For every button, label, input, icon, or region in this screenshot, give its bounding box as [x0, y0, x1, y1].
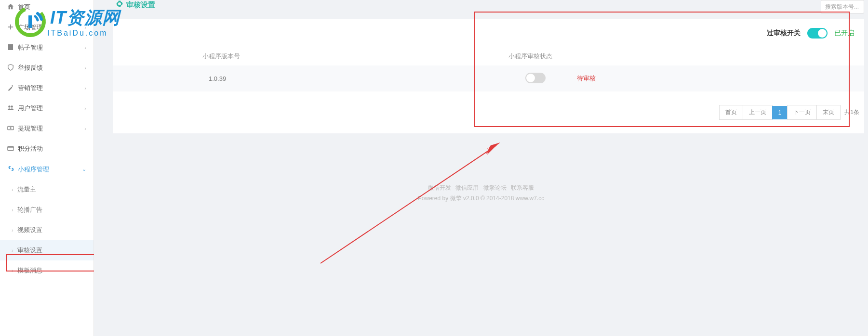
column-header-status: 小程序审核状态 [412, 52, 552, 61]
home-icon [7, 3, 18, 12]
svg-point-3 [10, 127, 12, 129]
svg-rect-4 [8, 146, 13, 150]
sidebar-item-label: 积分活动 [18, 144, 86, 153]
chevron-right-icon: › [12, 207, 13, 213]
pager-prev[interactable]: 上一页 [743, 105, 773, 120]
sidebar-sub-label: 审核设置 [17, 246, 42, 255]
miniapp-icon [7, 165, 18, 174]
credit-icon [7, 145, 18, 153]
sidebar-sub-label: 轮播广告 [17, 206, 42, 214]
chevron-down-icon: ⌄ [82, 166, 86, 172]
audit-switch-row: 过审核开关 已开启 [113, 19, 864, 47]
square-icon [7, 24, 18, 32]
footer-link[interactable]: 微信开发 [428, 184, 451, 191]
pager-last[interactable]: 末页 [816, 105, 841, 120]
search-placeholder: 搜索版本号... [825, 3, 859, 11]
footer: 微信开发 微信应用 微擎论坛 联系客服 Powered by 微擎 v2.0.0… [94, 183, 868, 204]
footer-link[interactable]: 联系客服 [511, 184, 534, 191]
magic-icon [7, 84, 18, 92]
svg-rect-5 [8, 147, 13, 148]
sidebar-item-points[interactable]: 积分活动 [0, 139, 93, 159]
pager-first[interactable]: 首页 [719, 105, 743, 120]
page-title-text: 审核设置 [126, 0, 155, 10]
chevron-right-icon: › [84, 25, 86, 30]
sidebar-item-label: 提现管理 [18, 124, 84, 133]
sidebar-item-label: 帖子管理 [18, 43, 84, 52]
cash-icon [7, 125, 18, 133]
audit-switch-toggle[interactable] [807, 28, 828, 39]
chevron-right-icon: › [12, 187, 13, 193]
sidebar-item-marketing[interactable]: 营销管理 › [0, 78, 93, 98]
chevron-right-icon: › [12, 247, 13, 253]
sidebar: 首页 广场管理 › 帖子管理 › 举报反馈 › 营销管理 › 用户管理 › [0, 0, 94, 336]
pager-page-1[interactable]: 1 [772, 106, 788, 119]
sidebar-sub-label: 视频设置 [17, 226, 42, 234]
chevron-right-icon: › [84, 65, 86, 71]
table-header: 小程序版本号 小程序审核状态 [113, 47, 864, 65]
sidebar-item-label: 小程序管理 [18, 165, 82, 174]
shield-icon [7, 64, 18, 72]
pager-total: 共1条 [844, 108, 859, 116]
sidebar-item-label: 用户管理 [18, 104, 84, 113]
audit-switch-status: 已开启 [834, 29, 855, 38]
sidebar-sub-traffic[interactable]: › 流量主 [0, 180, 93, 200]
svg-point-1 [11, 105, 13, 107]
cell-status: 待审核 [546, 74, 596, 83]
search-input[interactable]: 搜索版本号... [821, 0, 864, 13]
footer-copyright: Powered by 微擎 v2.0.0 © 2014-2018 www.w7.… [94, 194, 868, 204]
column-header-version: 小程序版本号 [113, 52, 412, 61]
sidebar-item-miniapp[interactable]: 小程序管理 ⌄ [0, 159, 93, 180]
svg-point-0 [8, 105, 10, 107]
pagination: 首页 上一页 1 下一页 末页 共1条 [113, 91, 864, 133]
sidebar-sub-audit[interactable]: › 审核设置 [0, 240, 93, 260]
chevron-right-icon: › [12, 227, 13, 233]
footer-link[interactable]: 微信应用 [455, 184, 479, 191]
content-card: 过审核开关 已开启 小程序版本号 小程序审核状态 1.0.39 待审核 首页 上… [113, 19, 864, 133]
chevron-right-icon: › [84, 126, 86, 131]
footer-link[interactable]: 微擎论坛 [483, 184, 507, 191]
audit-switch-label: 过审核开关 [767, 29, 801, 38]
cell-version: 1.0.39 [113, 75, 412, 82]
chevron-right-icon: › [84, 105, 86, 111]
sidebar-sub-label: 流量主 [17, 185, 36, 194]
sidebar-item-label: 举报反馈 [18, 64, 84, 72]
sidebar-item-label: 广场管理 [18, 23, 84, 32]
chevron-right-icon: › [84, 85, 86, 91]
page-title: 审核设置 [94, 0, 155, 10]
post-icon [7, 44, 18, 52]
sidebar-item-square[interactable]: 广场管理 › [0, 17, 93, 38]
sidebar-item-users[interactable]: 用户管理 › [0, 98, 93, 118]
footer-links: 微信开发 微信应用 微擎论坛 联系客服 [94, 183, 868, 194]
sidebar-item-posts[interactable]: 帖子管理 › [0, 38, 93, 58]
sidebar-item-label: 营销管理 [18, 84, 84, 92]
sidebar-item-withdraw[interactable]: 提现管理 › [0, 118, 93, 139]
chevron-right-icon: › [84, 45, 86, 51]
sidebar-item-label: 首页 [18, 3, 86, 12]
main-content: 审核设置 搜索版本号... 过审核开关 已开启 小程序版本号 小程序审核状态 1… [94, 0, 868, 336]
sidebar-sub-video[interactable]: › 视频设置 [0, 220, 93, 240]
table-row: 1.0.39 待审核 [113, 65, 864, 91]
sidebar-sub-template[interactable]: › 模板消息 [0, 260, 93, 281]
row-status-toggle[interactable] [525, 73, 546, 83]
users-icon [7, 104, 18, 113]
chevron-right-icon: › [12, 268, 13, 273]
sidebar-item-report[interactable]: 举报反馈 › [0, 58, 93, 78]
sidebar-sub-carousel[interactable]: › 轮播广告 [0, 200, 93, 220]
sidebar-item-home[interactable]: 首页 [0, 0, 93, 17]
pager-next[interactable]: 下一页 [787, 105, 817, 120]
gear-icon [116, 0, 123, 10]
sidebar-sub-label: 模板消息 [17, 266, 42, 275]
